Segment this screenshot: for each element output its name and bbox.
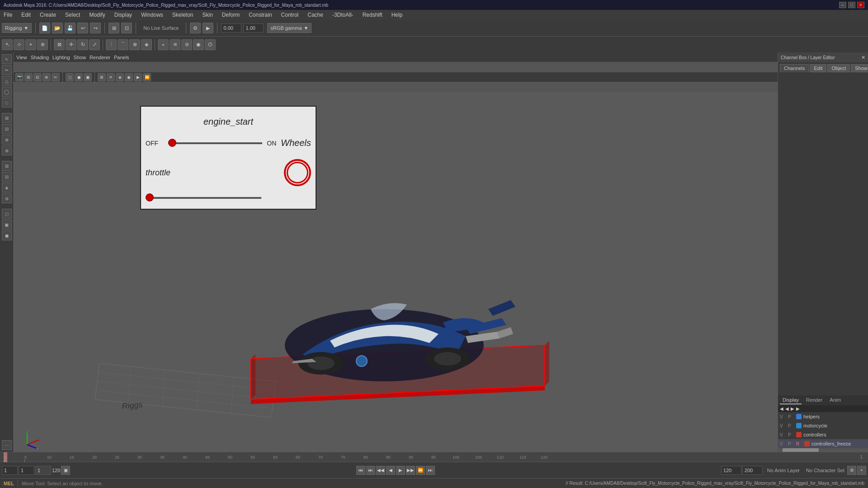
paint-select-button[interactable]: ⊹	[14, 39, 24, 50]
snap-btn[interactable]: ⊕	[42, 73, 51, 81]
layer-name-cf[interactable]: controllers_freeze	[811, 441, 866, 446]
layer-v-cf[interactable]: V	[780, 441, 786, 446]
next-icon[interactable]: ▶	[791, 406, 794, 411]
texture-btn[interactable]: ▣	[84, 73, 92, 81]
isolate-tool[interactable]: ◈	[2, 183, 12, 192]
open-file-button[interactable]: 📂	[52, 23, 63, 33]
layer-controllers[interactable]: V P controllers	[778, 430, 868, 439]
step-back-button[interactable]: ◀◀	[376, 466, 385, 475]
playback-btn[interactable]: ⏩	[143, 73, 151, 81]
frame-indicator-input[interactable]	[35, 466, 51, 475]
step-forward-button[interactable]: ▶▶	[406, 466, 415, 475]
gamma-dropdown[interactable]: sRGB gamma ▼	[267, 23, 311, 33]
menu-3dtoa[interactable]: -3DtoAll-	[330, 11, 355, 19]
close-panel-icon[interactable]: ✕	[861, 55, 865, 61]
value2-input[interactable]	[243, 23, 264, 33]
menu-create[interactable]: Create	[38, 11, 58, 19]
menu-file[interactable]: File	[2, 11, 14, 19]
joint-tool[interactable]: ⊕	[2, 135, 12, 145]
maximize-button[interactable]: □	[848, 2, 855, 8]
lasso-tool-button[interactable]: ⊡	[121, 23, 132, 33]
layer-tool[interactable]: ⊞	[2, 113, 12, 123]
expand-tool[interactable]: ⊞	[2, 161, 12, 171]
show-all-tool[interactable]: ⊛	[2, 193, 12, 203]
menu-select[interactable]: Select	[63, 11, 82, 19]
hud-btn[interactable]: ◈	[116, 73, 124, 81]
render-tab[interactable]: Render	[803, 396, 825, 404]
ik-tool[interactable]: ⊗	[2, 145, 12, 155]
layer-r-cf[interactable]: R	[796, 441, 802, 446]
range-end-input[interactable]	[721, 466, 741, 475]
curve-tool[interactable]: ◯	[2, 87, 12, 97]
paint-weights-button[interactable]: ⊘	[181, 39, 192, 50]
go-next-key-button[interactable]: ⏩	[416, 466, 425, 475]
menu-redshift[interactable]: Redshift	[361, 11, 384, 19]
snap-point-button[interactable]: ⊕	[129, 39, 140, 50]
select-tool-button[interactable]: ⊞	[108, 23, 119, 33]
menu-cache[interactable]: Cache	[306, 11, 325, 19]
layer-controllers-freeze[interactable]: V P R controllers_freeze	[778, 439, 868, 448]
next2-icon[interactable]: ▶	[796, 406, 800, 411]
render-button[interactable]: ▶	[203, 23, 213, 33]
move-button[interactable]: ✛	[66, 39, 76, 50]
xray-tool[interactable]: ◻	[2, 209, 12, 219]
show-menu[interactable]: Show	[74, 55, 86, 60]
panels-menu[interactable]: Panels	[114, 55, 129, 60]
snap-curve-button[interactable]: ⌒	[118, 39, 128, 50]
edit-tab[interactable]: Edit	[810, 64, 826, 72]
frame-all-btn[interactable]: ⊞	[24, 73, 33, 81]
channels-tab[interactable]: Channels	[780, 64, 809, 72]
more-button[interactable]: ⋯	[2, 440, 12, 450]
menu-constrain[interactable]: Constrain	[247, 11, 274, 19]
select-mode-button[interactable]: ↖	[2, 39, 13, 50]
prev2-icon[interactable]: ◀	[785, 406, 789, 411]
select-tool[interactable]: ↖	[2, 54, 12, 64]
prev-icon[interactable]: ◀	[780, 406, 783, 411]
frame-value-btn[interactable]: ▣	[61, 466, 70, 475]
layer-p-helpers[interactable]: P	[788, 414, 794, 419]
current-frame-input[interactable]	[2, 466, 18, 475]
layer-helpers[interactable]: V P helpers	[778, 412, 868, 421]
shading-menu[interactable]: Shading	[31, 55, 49, 60]
layer-p-controllers[interactable]: P	[788, 432, 794, 437]
play-back-button[interactable]: ◀	[386, 466, 395, 475]
sculpt-tool[interactable]: △	[2, 76, 12, 86]
snap-grid-button[interactable]: ⋮	[106, 39, 117, 50]
char-set-settings-btn[interactable]: ⚙	[847, 466, 856, 475]
collapse-tool[interactable]: ⊟	[2, 172, 12, 182]
go-prev-key-button[interactable]: ⏭	[366, 466, 375, 475]
deform-button[interactable]: ≋	[170, 39, 180, 50]
layer-p-motorcycle[interactable]: P	[788, 423, 794, 428]
soft-select-button[interactable]: ⊛	[37, 39, 48, 50]
mode-dropdown[interactable]: Rigging ▼	[2, 23, 32, 33]
frame-sel-btn[interactable]: ⊟	[33, 73, 42, 81]
minimize-button[interactable]: ─	[839, 2, 846, 8]
aa-btn[interactable]: ◉	[125, 73, 133, 81]
snap-surface-button[interactable]: ◈	[141, 39, 152, 50]
smooth-tool[interactable]: ◼	[2, 230, 12, 240]
show-tab[interactable]: Show	[851, 64, 868, 72]
layer-name-controllers[interactable]: controllers	[803, 432, 866, 437]
menu-windows[interactable]: Windows	[139, 11, 165, 19]
save-file-button[interactable]: 💾	[65, 23, 75, 33]
menu-deform[interactable]: Deform	[220, 11, 241, 19]
redo-button[interactable]: ↪	[90, 23, 101, 33]
menu-skin[interactable]: Skin	[201, 11, 215, 19]
layer-motorcycle[interactable]: V P motorcycle	[778, 421, 868, 430]
anim-btn[interactable]: ▶	[134, 73, 142, 81]
menu-skeleton[interactable]: Skeleton	[170, 11, 195, 19]
display-tab[interactable]: Display	[780, 396, 802, 404]
menu-modify[interactable]: Modify	[87, 11, 107, 19]
start-frame-input[interactable]	[19, 466, 34, 475]
group-tool[interactable]: ⊟	[2, 124, 12, 134]
object-tab[interactable]: Object	[827, 64, 850, 72]
menu-display[interactable]: Display	[113, 11, 134, 19]
go-end-button[interactable]: ⏭	[426, 466, 435, 475]
layer-scrollbar[interactable]	[778, 448, 868, 452]
menu-help[interactable]: Help	[390, 11, 405, 19]
rotate-button[interactable]: ↻	[77, 39, 88, 50]
scale-button[interactable]: ⤢	[89, 39, 100, 50]
cluster-button[interactable]: ◉	[193, 39, 204, 50]
smooth-shade-btn[interactable]: ◼	[75, 73, 83, 81]
layer-v-motorcycle[interactable]: V	[780, 423, 786, 428]
